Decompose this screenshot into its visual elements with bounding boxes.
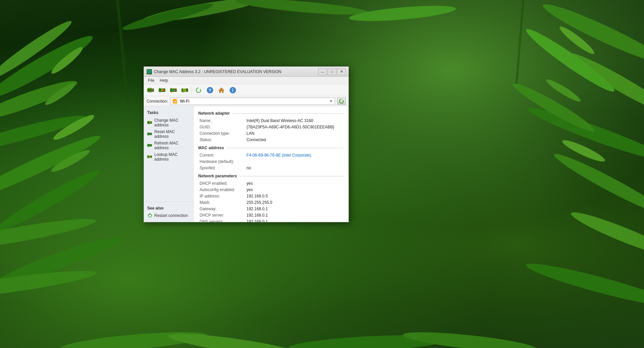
connection-dropdown[interactable]: 📶 Wi-Fi ▼ (170, 98, 335, 105)
change-mac-tb-icon (158, 86, 166, 94)
svg-rect-40 (150, 92, 151, 93)
svg-point-24 (141, 0, 262, 26)
svg-rect-38 (148, 92, 149, 93)
adapter-conntype-value: LAN (247, 131, 254, 136)
dhcp-server-row: DHCP server: 192.168.0.1 (198, 213, 344, 218)
svg-rect-80 (148, 155, 149, 156)
network-card-tb-button[interactable] (145, 85, 156, 95)
svg-point-29 (167, 329, 302, 348)
refresh-tb-icon (195, 86, 203, 94)
svg-rect-36 (149, 88, 150, 89)
svg-point-20 (510, 78, 597, 136)
svg-point-4 (0, 165, 103, 237)
connection-label: Connection: (147, 99, 168, 104)
adapter-guid-row: GUID: {7BA23F5A-A69C-4FD6-A6D1-50C901EEE… (198, 125, 344, 129)
svg-rect-65 (232, 90, 233, 92)
see-also-section-title: See also (144, 205, 193, 212)
adapter-name-value: Intel(R) Dual Band Wireless-AC 3160 (247, 118, 313, 123)
svg-point-8 (0, 266, 98, 304)
svg-rect-37 (151, 88, 152, 89)
svg-rect-69 (149, 121, 150, 122)
svg-rect-55 (182, 92, 183, 93)
title-bar: 🌐 Change MAC Address 3.2 - UNREGISTERED … (144, 67, 348, 77)
lookup-mac-task-label: Lookup MAC address (154, 152, 190, 162)
gateway-row: Gateway: 192.168.0.1 (198, 207, 344, 211)
mask-row: Mask: 255.255.255.0 (198, 200, 344, 205)
help-tb-button[interactable]: ? (205, 85, 215, 95)
svg-rect-75 (147, 144, 152, 147)
minimize-button[interactable]: — (318, 68, 327, 75)
svg-point-31 (402, 328, 537, 348)
mac-hardware-label: Hardware (default): (200, 159, 247, 164)
svg-line-33 (517, 0, 523, 84)
toolbar-separator-1 (192, 86, 192, 94)
app-icon: 🌐 (147, 69, 152, 74)
main-window: 🌐 Change MAC Address 3.2 - UNREGISTERED … (144, 66, 349, 222)
menu-file[interactable]: File (145, 77, 157, 83)
change-mac-task-item[interactable]: Change MAC address (144, 117, 193, 128)
svg-point-6 (0, 16, 75, 84)
svg-point-9 (49, 44, 85, 76)
connection-bar: Connection: 📶 Wi-Fi ▼ (144, 96, 348, 106)
svg-point-10 (43, 80, 78, 107)
svg-point-1 (0, 75, 80, 126)
svg-point-11 (51, 112, 96, 143)
reset-mac-tb-button[interactable] (168, 85, 179, 95)
svg-point-7 (0, 231, 123, 292)
lookup-mac-task-item[interactable]: Lookup MAC address (144, 151, 193, 163)
refresh-tb-button[interactable] (193, 85, 204, 95)
svg-rect-68 (148, 121, 149, 122)
adapter-conntype-row: Connection type: LAN (198, 131, 344, 136)
svg-point-13 (540, 0, 644, 69)
menu-help[interactable]: Help (157, 77, 171, 83)
svg-rect-35 (148, 88, 149, 89)
svg-point-30 (288, 332, 450, 348)
main-content: Tasks Change MAC address (144, 106, 348, 222)
svg-rect-81 (148, 158, 149, 159)
info-tb-icon (229, 86, 237, 94)
lookup-mac-task-icon (147, 154, 153, 160)
connection-refresh-button[interactable] (337, 98, 346, 105)
dhcp-server-label: DHCP server: (200, 213, 247, 218)
lookup-tb-button[interactable] (179, 85, 190, 95)
mac-current-value[interactable]: F4-06-69-96-76-8E (Intel Corporate) (247, 153, 311, 158)
mac-spoofed-value: no (247, 166, 251, 170)
svg-rect-47 (160, 92, 161, 93)
restart-connection-item[interactable]: Restart connection (144, 212, 193, 219)
info-tb-button[interactable] (227, 85, 238, 95)
ip-address-label: IP address: (200, 194, 247, 198)
svg-point-3 (0, 130, 104, 206)
svg-line-32 (117, 0, 127, 101)
restart-connection-label: Restart connection (154, 213, 188, 218)
mac-address-header: MAC address (198, 146, 344, 150)
dhcp-server-value: 192.168.0.1 (247, 213, 268, 218)
close-button[interactable]: ✕ (337, 68, 346, 75)
svg-point-21 (557, 24, 596, 57)
dropdown-chevron-icon: ▼ (329, 99, 333, 103)
tasks-section-title: Tasks (144, 109, 193, 117)
svg-text:?: ? (209, 88, 211, 93)
reset-mac-task-item[interactable]: Reset MAC address (144, 128, 193, 140)
ip-address-value: 192.168.0.5 (247, 194, 268, 198)
change-mac-tb-button[interactable] (157, 85, 167, 95)
svg-point-2 (0, 110, 87, 158)
maximize-button[interactable]: □ (328, 68, 336, 75)
autoconfig-label: Autoconfig enabled: (200, 187, 247, 192)
dns-value: 192.168.0.1 (247, 219, 268, 222)
dns-row: DNS servers: 192.168.0.1 (198, 219, 344, 222)
mac-address-title: MAC address (198, 146, 224, 150)
svg-point-0 (0, 30, 97, 104)
home-tb-button[interactable] (216, 85, 227, 95)
svg-rect-39 (149, 92, 150, 93)
refresh-mac-task-item[interactable]: Refresh MAC address (144, 140, 193, 151)
svg-rect-71 (149, 124, 150, 124)
svg-marker-62 (218, 88, 224, 93)
dns-label: DNS servers: (200, 219, 247, 222)
svg-rect-74 (148, 135, 149, 136)
gateway-label: Gateway: (200, 207, 247, 211)
network-params-header: Network parameters (198, 174, 344, 178)
adapter-name-label: Name: (200, 118, 247, 123)
svg-point-15 (525, 102, 644, 166)
change-mac-task-label: Change MAC address (154, 118, 190, 127)
detail-panel: Network adapter Name: Intel(R) Dual Band… (194, 106, 348, 222)
